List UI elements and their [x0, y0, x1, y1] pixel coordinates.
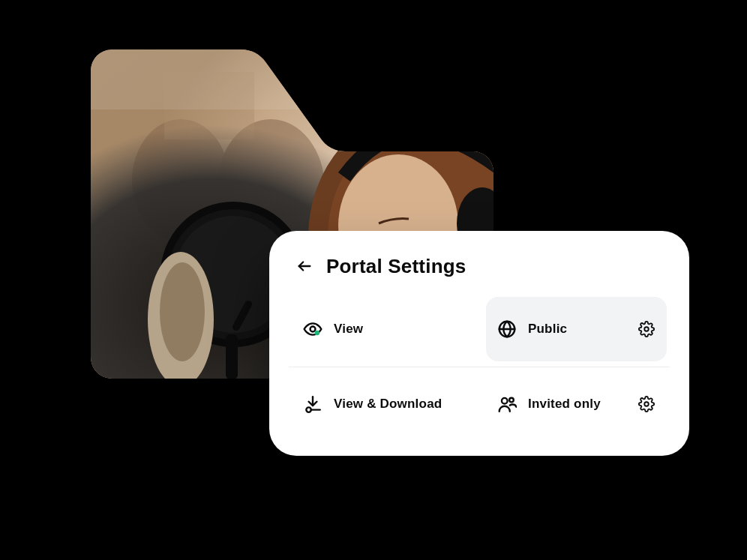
svg-rect-17 [91, 49, 494, 109]
option-label: View [334, 322, 462, 337]
option-public[interactable]: Public [486, 297, 667, 361]
portal-settings-panel: Portal Settings View [269, 231, 689, 456]
arrow-left-icon [296, 258, 313, 274]
panel-header: Portal Settings [292, 253, 667, 285]
gear-icon [638, 321, 655, 337]
option-view-download[interactable]: View & Download [292, 372, 472, 436]
svg-point-22 [644, 327, 649, 331]
option-label: Public [528, 322, 626, 337]
option-invited-only[interactable]: Invited only [486, 372, 667, 436]
svg-rect-16 [226, 334, 238, 379]
globe-icon [496, 319, 518, 340]
download-icon [302, 394, 323, 415]
eye-icon [302, 319, 323, 340]
svg-point-25 [509, 398, 514, 403]
svg-point-26 [644, 402, 649, 406]
back-button[interactable] [293, 255, 316, 277]
option-view[interactable]: View [292, 297, 472, 361]
settings-button[interactable] [637, 319, 656, 339]
options-grid: View Public [292, 297, 667, 436]
users-icon [496, 394, 518, 415]
svg-point-15 [160, 262, 205, 361]
option-label: Invited only [528, 397, 626, 412]
svg-point-20 [315, 331, 320, 336]
settings-button[interactable] [637, 394, 656, 414]
option-label: View & Download [334, 397, 462, 412]
svg-point-24 [502, 398, 508, 404]
panel-title: Portal Settings [326, 256, 466, 276]
gear-icon [638, 396, 655, 412]
svg-point-19 [310, 327, 316, 332]
